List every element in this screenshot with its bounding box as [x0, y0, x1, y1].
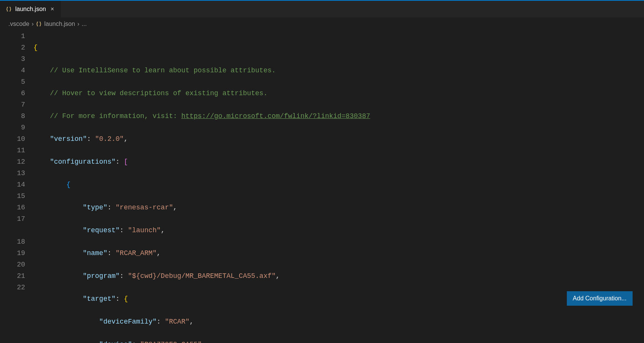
- line-number: 4: [0, 65, 25, 76]
- code-line: // Use IntelliSense to learn about possi…: [33, 65, 644, 76]
- line-number: 15: [0, 190, 25, 202]
- line-number: 17: [0, 213, 25, 225]
- code-line: "target": {: [33, 293, 644, 305]
- code-line: "request": "launch",: [33, 225, 644, 236]
- code-line: // Hover to view descriptions of existin…: [33, 88, 644, 99]
- line-number: [0, 225, 25, 236]
- line-number: 20: [0, 259, 25, 270]
- tab-label: launch.json: [15, 6, 46, 13]
- code-line: {: [33, 42, 644, 53]
- code-line: "device": "R8A779F0_CA55",: [33, 339, 644, 343]
- line-number: 12: [0, 156, 25, 168]
- add-configuration-button[interactable]: Add Configuration...: [567, 291, 633, 306]
- code-line: "version": "0.2.0",: [33, 133, 644, 145]
- chevron-right-icon: ›: [77, 21, 79, 27]
- line-number: 22: [0, 282, 25, 293]
- chevron-right-icon: ›: [32, 21, 33, 27]
- line-number: 21: [0, 270, 25, 282]
- line-number: 5: [0, 76, 25, 88]
- code-line: "name": "RCAR_ARM",: [33, 247, 644, 259]
- line-number: 8: [0, 110, 25, 122]
- line-number: 11: [0, 145, 25, 156]
- breadcrumb-file[interactable]: launch.json: [44, 21, 75, 27]
- code-line: // For more information, visit: https://…: [33, 110, 644, 122]
- breadcrumb[interactable]: .vscode › launch.json › ...: [0, 18, 644, 30]
- close-icon[interactable]: ×: [49, 5, 56, 13]
- code-line: "configurations": [: [33, 156, 644, 168]
- line-number: 1: [0, 30, 25, 42]
- breadcrumb-folder[interactable]: .vscode: [8, 21, 29, 27]
- breadcrumb-trail[interactable]: ...: [82, 21, 87, 27]
- code-line: "type": "renesas-rcar",: [33, 202, 644, 213]
- line-number: 9: [0, 122, 25, 133]
- code-editor[interactable]: 1 2 3 4 5 6 7 8 9 10 11 12 13 14 15 16 1…: [0, 30, 644, 343]
- line-number: 19: [0, 247, 25, 259]
- code-line: "deviceFamily": "RCAR",: [33, 316, 644, 327]
- line-number: 7: [0, 99, 25, 110]
- line-number: 6: [0, 88, 25, 99]
- line-number: 14: [0, 179, 25, 190]
- code-line: {: [33, 179, 644, 190]
- line-number: 18: [0, 236, 25, 247]
- tab-bar: launch.json ×: [0, 0, 644, 18]
- code-line: "program": "${cwd}/Debug/MR_BAREMETAL_CA…: [33, 270, 644, 282]
- line-number-gutter: 1 2 3 4 5 6 7 8 9 10 11 12 13 14 15 16 1…: [0, 30, 33, 343]
- line-number: 13: [0, 168, 25, 179]
- json-braces-icon: [5, 6, 12, 13]
- line-number: 10: [0, 133, 25, 145]
- line-number: 2: [0, 42, 25, 53]
- code-content[interactable]: { // Use IntelliSense to learn about pos…: [33, 30, 644, 343]
- line-number: 3: [0, 53, 25, 65]
- line-number: 16: [0, 202, 25, 213]
- tab-launch-json[interactable]: launch.json ×: [0, 1, 61, 18]
- json-braces-icon: [36, 21, 42, 27]
